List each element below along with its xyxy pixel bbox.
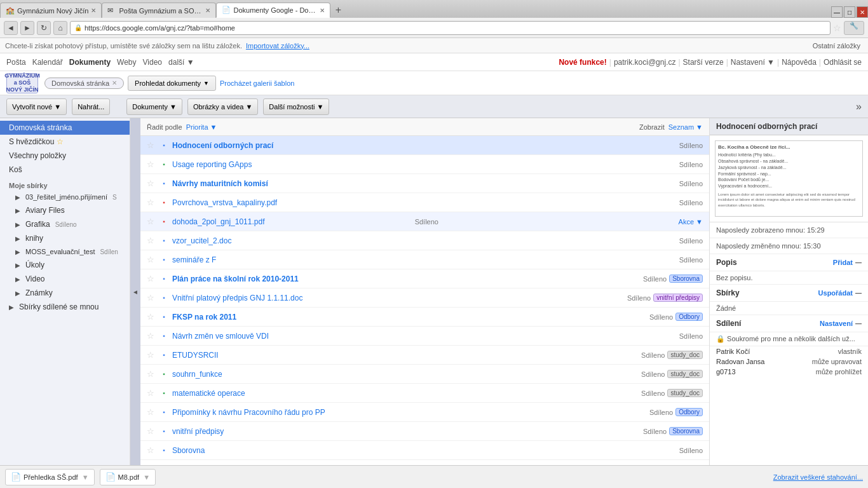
file-row-10[interactable]: ☆ ▪ FKSP na rok 2011 Sdíleno Odbory	[140, 308, 709, 327]
file-badge-10[interactable]: Odbory	[675, 313, 703, 321]
sharing-collapse-icon[interactable]: —	[855, 320, 862, 327]
sidebar-item-starred[interactable]: S hvězdičkou ☆	[0, 135, 130, 149]
tab-3[interactable]: 📄 Dokumenty Google - Domo... ✕	[216, 3, 330, 18]
sharing-section-header[interactable]: Sdílení Nastavení —	[710, 315, 868, 332]
expand-button[interactable]: »	[856, 101, 862, 112]
tab-1[interactable]: 🏫 Gymnázium Nový Jičín ✕	[0, 3, 102, 18]
filter-images-button[interactable]: Obrázky a videa ▼	[187, 98, 258, 115]
collections-action-link[interactable]: Uspořádat	[818, 289, 853, 297]
sidebar-item-znamky[interactable]: ▶ Známky	[0, 286, 130, 300]
file-badge-9[interactable]: vnitřní předpisy	[653, 294, 703, 302]
sidebar-item-ukoly[interactable]: ▶ Úkoly	[0, 258, 130, 272]
back-button[interactable]: ◄	[4, 21, 18, 35]
file-row-11[interactable]: ☆ ▪ Návrh změn ve smlouvě VDI Sdíleno	[140, 327, 709, 346]
sidebar-item-aviary[interactable]: ▶ Aviary Files	[0, 203, 130, 217]
file-row-2[interactable]: ☆ ▪ Usage reporting GApps Sdíleno	[140, 155, 709, 174]
file-row-15[interactable]: ☆ ▪ Připomínky k návrhu Pracovního řádu …	[140, 403, 709, 422]
star-icon-18[interactable]: ☆	[147, 464, 158, 465]
file-row-14[interactable]: ☆ ▪ matematické operace Sdíleno study_do…	[140, 384, 709, 403]
sidebar-item-all[interactable]: Všechny položky	[0, 149, 130, 163]
forward-button[interactable]: ►	[20, 21, 34, 35]
gallery-link[interactable]: Procházet galerii šablon	[220, 79, 294, 87]
star-icon-11[interactable]: ☆	[147, 331, 158, 341]
sidebar-item-03resitel[interactable]: ▶ 03_řešitel_jméno.přijímení S	[0, 191, 130, 203]
view-list-button[interactable]: Seznam ▼	[668, 123, 703, 131]
star-icon-15[interactable]: ☆	[147, 407, 158, 417]
sharing-action-link[interactable]: Nastavení	[820, 320, 853, 327]
star-icon-12[interactable]: ☆	[147, 350, 158, 360]
file-row-6[interactable]: ☆ ▪ vzor_ucitel_2.doc Sdíleno	[140, 231, 709, 250]
view-all-downloads-link[interactable]: Zobrazit veškeré stahování...	[773, 473, 863, 481]
filter-docs-button[interactable]: Dokumenty ▼	[126, 98, 182, 115]
star-icon-2[interactable]: ☆	[147, 159, 158, 169]
file-row-3[interactable]: ☆ ▪ Návrhy maturitních komisí Sdíleno	[140, 174, 709, 193]
tab-close-1[interactable]: ✕	[91, 7, 96, 14]
upload-button[interactable]: Nahrát...	[72, 98, 110, 115]
new-features-link[interactable]: Nové funkce!	[559, 58, 606, 67]
file-row-8[interactable]: ☆ ▪ Plán práce na školní rok 2010-2011 S…	[140, 269, 709, 288]
star-icon-7[interactable]: ☆	[147, 255, 158, 264]
address-box[interactable]: 🔒 https://docs.google.com/a/gnj.cz/?tab=…	[70, 21, 831, 35]
nav-video[interactable]: Video	[143, 58, 162, 67]
create-new-button[interactable]: Vytvořit nové ▼	[6, 98, 67, 115]
file-badge-14[interactable]: study_doc	[667, 389, 703, 397]
import-bookmarks-link[interactable]: Importovat záložky...	[246, 42, 309, 50]
star-icon-17[interactable]: ☆	[147, 445, 158, 455]
window-maximize-button[interactable]: □	[844, 6, 855, 18]
file-row-1[interactable]: ☆ ▪ Hodnocení odborných prací Sdíleno	[140, 136, 709, 155]
tab-close-3[interactable]: ✕	[320, 7, 325, 14]
reload-button[interactable]: ↻	[37, 21, 51, 35]
star-icon-4[interactable]: ☆	[147, 198, 158, 207]
file-action-button-5[interactable]: Akce ▼	[679, 218, 703, 226]
star-icon-6[interactable]: ☆	[147, 236, 158, 245]
nav-dalsi[interactable]: další ▼	[168, 58, 194, 67]
help-link[interactable]: Nápověda	[782, 58, 817, 67]
description-action-link[interactable]: Přidat	[833, 259, 853, 266]
user-email-link[interactable]: patrik.koci@gnj.cz	[614, 58, 676, 67]
file-row-18[interactable]: ☆ ▪ Přehled o využití tiskárny Samsung n…	[140, 460, 709, 465]
settings-link[interactable]: Nastavení ▼	[731, 58, 775, 67]
search-pill[interactable]: Domovská stránka ✕	[44, 78, 124, 89]
star-icon-10[interactable]: ☆	[147, 312, 158, 322]
file-badge-15[interactable]: Odbory	[675, 408, 703, 416]
file-row-12[interactable]: ☆ ▪ ETUDYSRCII Sdíleno study_doc	[140, 346, 709, 365]
file-row-7[interactable]: ☆ ▪ semináře z F Sdíleno	[140, 250, 709, 269]
file-badge-8[interactable]: Sborovna	[669, 274, 703, 283]
file-row-13[interactable]: ☆ ▪ souhrn_funkce Sdíleno study_doc	[140, 365, 709, 384]
description-collapse-icon[interactable]: —	[855, 259, 862, 266]
download-item-1[interactable]: 📄 Přehledka SŠ.pdf ▼	[5, 469, 95, 485]
collections-collapse-icon[interactable]: —	[855, 290, 862, 297]
star-icon-9[interactable]: ☆	[147, 293, 158, 302]
sidebar-item-knihy[interactable]: ▶ knihy	[0, 231, 130, 245]
file-row-5[interactable]: ☆ ▪ dohoda_2pol_gnj_1011.pdf Sdíleno Akc…	[140, 212, 709, 231]
nav-dokumenty[interactable]: Dokumenty	[69, 58, 111, 67]
logout-link[interactable]: Odhlásit se	[824, 58, 862, 67]
sidebar-item-moss[interactable]: ▶ MOSS_evaluační_test Sdílen	[0, 245, 130, 258]
download-item-2[interactable]: 📄 M8.pdf ▼	[100, 469, 156, 485]
filter-more-button[interactable]: Další možnosti ▼	[263, 98, 329, 115]
search-pill-close[interactable]: ✕	[112, 79, 117, 86]
star-icon-14[interactable]: ☆	[147, 388, 158, 398]
home-button[interactable]: ⌂	[53, 21, 67, 35]
star-icon-16[interactable]: ☆	[147, 426, 158, 436]
nav-weby[interactable]: Weby	[117, 58, 136, 67]
nav-kalendar[interactable]: Kalendář	[32, 58, 63, 67]
star-icon-5[interactable]: ☆	[147, 217, 158, 226]
file-badge-16[interactable]: Sborovna	[669, 427, 703, 435]
file-row-9[interactable]: ☆ ▪ Vnitřní platový předpis GNJ 1.1.11.d…	[140, 288, 709, 308]
star-icon-3[interactable]: ☆	[147, 179, 158, 188]
sidebar-toggle[interactable]: ◄	[130, 118, 140, 465]
sidebar-item-shared[interactable]: ▶ Sbírky sdílené se mnou	[0, 300, 130, 314]
search-documents-button[interactable]: Prohledat dokumenty ▼	[128, 76, 216, 91]
star-icon-1[interactable]: ☆	[147, 140, 158, 150]
old-version-link[interactable]: Starší verze	[683, 58, 724, 67]
window-minimize-button[interactable]: —	[831, 6, 843, 18]
file-row-17[interactable]: ☆ ▪ Sborovna Sdíleno	[140, 441, 709, 460]
sidebar-item-trash[interactable]: Koš	[0, 163, 130, 177]
sidebar-item-video[interactable]: ▶ Video	[0, 272, 130, 286]
star-icon-13[interactable]: ☆	[147, 369, 158, 379]
sidebar-item-grafika[interactable]: ▶ Grafika Sdíleno	[0, 217, 130, 231]
wrench-button[interactable]: 🔧	[844, 21, 864, 35]
tab-2[interactable]: ✉ Pošta Gymnázium a SOŠ N... ✕	[102, 3, 216, 18]
collections-section-header[interactable]: Sbírky Uspořádat —	[710, 285, 868, 302]
